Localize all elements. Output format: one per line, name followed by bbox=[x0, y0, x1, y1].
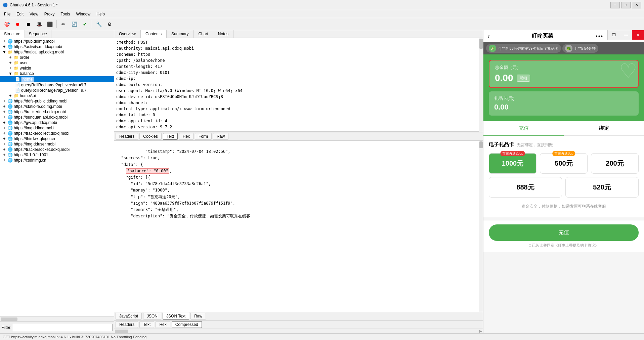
tree-item[interactable]: + 📁 order bbox=[0, 55, 114, 60]
sub-tab-form[interactable]: Form bbox=[195, 133, 212, 140]
card-item-200[interactable]: 200元 bbox=[591, 153, 639, 174]
agreement-text[interactable]: □ 已阅读并同意《叮咚上香提及购卡协议》 bbox=[489, 243, 639, 248]
menu-help[interactable]: Help bbox=[94, 11, 108, 17]
expand-icon[interactable]: + bbox=[2, 153, 7, 157]
action-tab-bind[interactable]: 绑定 bbox=[564, 121, 644, 135]
toolbar-stop-btn[interactable]: ⏹ bbox=[24, 19, 33, 29]
expand-icon[interactable]: + bbox=[2, 104, 7, 109]
h-scrollbar[interactable] bbox=[0, 316, 114, 321]
bottom-h-scroll[interactable]: ▶ bbox=[114, 329, 483, 333]
menu-edit[interactable]: Edit bbox=[14, 11, 26, 17]
tree-item[interactable]: + 🌐 https://activity.m.ddxq.mobi bbox=[0, 44, 114, 49]
sub-tab-cookies[interactable]: Cookies bbox=[139, 133, 161, 140]
tree-item[interactable]: + 🌐 https://img.ddimg.mobi bbox=[0, 125, 114, 131]
bottom-tab-raw[interactable]: Raw bbox=[190, 313, 206, 320]
card-item-500[interactable]: 首充再送8元 500元 bbox=[540, 153, 588, 174]
tree-item[interactable]: + 🌐 https://gw.api.ddxq.mobi bbox=[0, 120, 114, 125]
expand-icon[interactable]: + bbox=[2, 126, 7, 130]
mobile-dots-icon[interactable]: ••• bbox=[596, 33, 603, 39]
toolbar-check-btn[interactable]: ✔ bbox=[80, 19, 90, 29]
expand-icon[interactable]: + bbox=[2, 39, 7, 44]
toolbar-tools-btn[interactable]: 🔧 bbox=[94, 19, 103, 29]
expand-icon[interactable]: + bbox=[8, 55, 13, 60]
card-item-888[interactable]: 888元 bbox=[489, 177, 562, 198]
tree-item[interactable]: + 🌐 https://sunquan.api.ddxq.mobi bbox=[0, 115, 114, 120]
menu-window[interactable]: Window bbox=[74, 11, 93, 17]
mobile-win-restore[interactable]: ❐ bbox=[608, 30, 620, 40]
tree-item-home[interactable]: 📄 home bbox=[0, 76, 114, 82]
tree-item[interactable]: + 🌐 https://csdnimg.cn bbox=[0, 158, 114, 163]
tree-item[interactable]: ▼ 📁 balance bbox=[0, 71, 114, 76]
sub-tab-text[interactable]: Text bbox=[163, 133, 178, 140]
close-button[interactable]: ✕ bbox=[632, 2, 641, 8]
maximize-button[interactable]: □ bbox=[621, 2, 631, 8]
tree-item[interactable]: + 📁 user bbox=[0, 60, 114, 66]
tree-item[interactable]: + 🌐 https://trackerfeed.ddxq.mobi bbox=[0, 109, 114, 115]
sub-tab-headers[interactable]: Headers bbox=[116, 133, 138, 140]
tab-chart[interactable]: Chart bbox=[194, 30, 213, 38]
toolbar-refresh-btn[interactable]: 🔄 bbox=[70, 19, 79, 29]
mobile-back-button[interactable]: ‹ bbox=[487, 32, 490, 40]
toolbar-hat-btn[interactable]: 🎩 bbox=[34, 19, 44, 29]
expand-icon[interactable]: ▼ bbox=[2, 50, 7, 54]
expand-icon[interactable]: + bbox=[2, 120, 7, 125]
tree-item[interactable]: + 🌐 https://thirdwx.qlogo.cn bbox=[0, 136, 114, 141]
tab-sequence[interactable]: Sequence bbox=[25, 30, 51, 38]
mobile-win-close[interactable]: ✕ bbox=[632, 30, 644, 40]
minimize-button[interactable]: − bbox=[610, 2, 620, 8]
tree-item[interactable]: + 🌐 https://trackersocket.ddxq.mobi bbox=[0, 147, 114, 152]
tree-item[interactable]: ▼ 📁 https://maicai.api.ddxq.mobi bbox=[0, 49, 114, 55]
sub-tab-raw[interactable]: Raw bbox=[213, 133, 228, 140]
toolbar-block-btn[interactable]: ⬛ bbox=[45, 19, 54, 29]
card-item-1000[interactable]: 首充再送20元 1000元 bbox=[489, 153, 536, 174]
charge-button[interactable]: 充值 bbox=[489, 224, 639, 241]
bottom-tab-json[interactable]: JSON bbox=[143, 313, 161, 320]
bottom-tab-js[interactable]: JavaScript bbox=[116, 313, 142, 320]
action-tab-recharge[interactable]: 充值 bbox=[483, 121, 564, 136]
expand-icon[interactable]: + bbox=[2, 99, 7, 103]
mobile-content[interactable]: ♡ 总余额（元） 0.00 明细 礼品卡(元) 0.00 bbox=[483, 54, 644, 333]
menu-proxy[interactable]: Proxy bbox=[42, 11, 57, 17]
tree-area[interactable]: + 🌐 https://pub.ddimg.mobi + 🌐 https://a… bbox=[0, 38, 114, 316]
expand-icon[interactable]: + bbox=[2, 142, 7, 146]
bottom-tab-headers2[interactable]: Headers bbox=[116, 321, 138, 328]
tree-item[interactable]: + 🌐 https://img.dduser.mobi bbox=[0, 141, 114, 147]
tree-item[interactable]: + 📁 homeApi bbox=[0, 93, 114, 98]
tree-item[interactable]: + 🌐 https://trackercollect.ddxq.mobi bbox=[0, 131, 114, 136]
expand-icon[interactable]: + bbox=[8, 93, 13, 98]
v-scrollbar[interactable] bbox=[479, 38, 483, 132]
toolbar-settings-btn[interactable]: ⚙ bbox=[105, 19, 114, 29]
mobile-win-minimize[interactable]: — bbox=[620, 30, 632, 40]
tab-contents[interactable]: Contents bbox=[141, 30, 167, 38]
tree-item[interactable]: + 🌐 https://pub.ddimg.mobi bbox=[0, 39, 114, 44]
expand-icon[interactable]: + bbox=[8, 66, 13, 71]
tree-item[interactable]: + 🌐 https://0.1.0.1:1001 bbox=[0, 152, 114, 158]
menu-tools[interactable]: Tools bbox=[58, 11, 73, 17]
expand-icon[interactable]: + bbox=[2, 131, 7, 136]
tab-structure[interactable]: Structure bbox=[0, 30, 25, 38]
bottom-tab-compressed[interactable]: Compressed bbox=[172, 321, 202, 328]
expand-icon[interactable]: + bbox=[2, 158, 7, 163]
sub-tab-hex[interactable]: Hex bbox=[179, 133, 194, 140]
toolbar-edit-btn[interactable]: ✏ bbox=[59, 19, 68, 29]
menu-file[interactable]: File bbox=[1, 11, 13, 17]
expand-icon[interactable]: + bbox=[8, 60, 13, 65]
menu-view[interactable]: View bbox=[27, 11, 41, 17]
expand-icon[interactable]: ▼ bbox=[8, 71, 13, 76]
toolbar-record-btn[interactable]: ⏺ bbox=[13, 19, 22, 29]
tree-item[interactable]: 📄 queryRollRecharge?api_version=9.7. bbox=[0, 88, 114, 93]
card-item-520[interactable]: 520元 bbox=[565, 177, 639, 198]
expand-icon[interactable]: + bbox=[2, 115, 7, 120]
expand-icon[interactable]: + bbox=[2, 44, 7, 49]
filter-input[interactable] bbox=[13, 324, 113, 331]
detail-button[interactable]: 明细 bbox=[517, 75, 530, 82]
bottom-tab-jsontext[interactable]: JSON Text bbox=[163, 313, 189, 320]
tree-item[interactable]: + 🌐 https://static-fe.ddimg.mobi bbox=[0, 104, 114, 109]
tab-overview[interactable]: Overview bbox=[114, 30, 141, 38]
tab-notes[interactable]: Notes bbox=[213, 30, 233, 38]
tab-summary[interactable]: Summary bbox=[167, 30, 194, 38]
json-v-scrollbar[interactable] bbox=[479, 141, 483, 312]
tree-item[interactable]: + 📁 weixin bbox=[0, 66, 114, 71]
expand-icon[interactable]: + bbox=[2, 136, 7, 141]
toolbar-target-btn[interactable]: 🎯 bbox=[2, 19, 11, 29]
